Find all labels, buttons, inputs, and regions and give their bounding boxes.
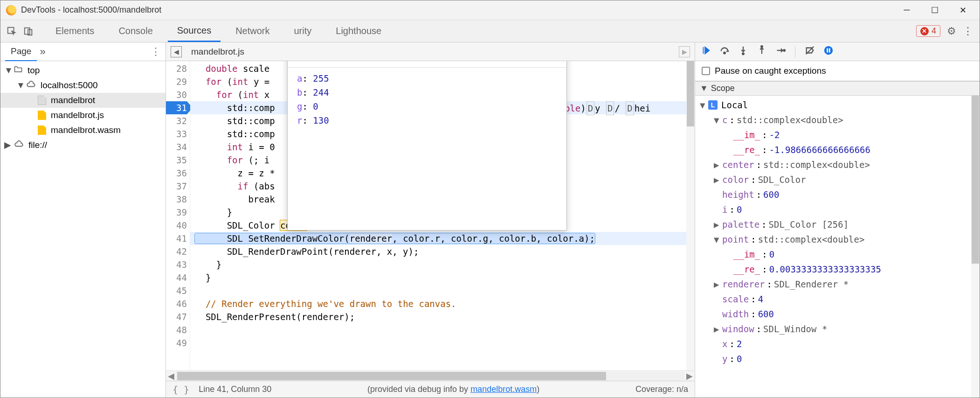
editor-scrollbar-horizontal[interactable]: ◀ ▶ [166, 370, 695, 381]
line-number[interactable]: 43 [166, 258, 187, 271]
pause-on-caught-row[interactable]: Pause on caught exceptions [695, 61, 980, 81]
line-number[interactable]: 28 [166, 62, 187, 75]
panel-tab-urity[interactable]: urity [285, 21, 321, 41]
panel-tab-elements[interactable]: Elements [46, 21, 104, 41]
line-number[interactable]: 34 [166, 140, 187, 154]
line-number[interactable]: 32 [166, 114, 187, 127]
pretty-print-icon[interactable]: { } [173, 384, 189, 395]
line-number[interactable]: 33 [166, 127, 187, 140]
error-badge[interactable]: ✕ 4 [916, 25, 940, 37]
code-line[interactable]: SDL_RenderPresent(renderer); [190, 310, 695, 323]
code-line[interactable]: SDL_SetRenderDrawColor(renderer, color.r… [190, 232, 695, 245]
code-line[interactable] [190, 336, 695, 349]
scope-section-header[interactable]: ▼ Scope [695, 81, 980, 96]
line-number[interactable]: 30 [166, 88, 187, 101]
scope-variable[interactable]: __im_: -2 [700, 127, 980, 142]
editor-scrollbar-vertical[interactable] [686, 61, 695, 370]
toggle-debugger-icon[interactable]: ▶ [679, 46, 690, 57]
line-number[interactable]: 47 [166, 310, 187, 323]
line-number[interactable]: 38 [166, 193, 187, 206]
scope-scrollbar[interactable] [971, 96, 980, 398]
line-number[interactable]: 45 [166, 284, 187, 297]
panel-tab-lighthouse[interactable]: Lighthouse [326, 21, 391, 41]
panel-tab-network[interactable]: Network [226, 21, 279, 41]
coverage-status: Coverage: n/a [635, 384, 688, 394]
scope-variable[interactable]: i: 0 [700, 202, 980, 217]
settings-icon[interactable]: ⚙ [947, 25, 956, 37]
tree-item[interactable]: mandelbrot [0, 93, 166, 108]
line-number[interactable]: 29 [166, 75, 187, 88]
code-line[interactable]: } [190, 258, 695, 271]
resume-icon[interactable] [701, 45, 711, 58]
tree-item[interactable]: ▼top [0, 63, 166, 78]
scope-variable[interactable]: ▶palette: SDL_Color [256] [700, 217, 980, 232]
scope-var-value: 2 [737, 336, 742, 351]
scope-var-value: 0 [769, 247, 774, 262]
scope-local-header[interactable]: ▼ L Local [700, 98, 980, 112]
device-toggle-icon[interactable] [20, 23, 37, 40]
pause-on-exceptions-icon[interactable] [823, 45, 834, 58]
maximize-button[interactable]: ☐ [921, 0, 949, 20]
deactivate-breakpoints-icon[interactable] [805, 45, 815, 58]
svg-point-4 [742, 53, 744, 55]
line-number[interactable]: 36 [166, 167, 187, 180]
navigator-menu-icon[interactable]: ⋮ [151, 46, 161, 58]
line-number[interactable]: 37 [166, 180, 187, 193]
line-number[interactable]: 49 [166, 336, 187, 349]
scope-variable[interactable]: __im_: 0 [700, 247, 980, 262]
tree-item[interactable]: ▶file:// [0, 138, 166, 153]
scope-variable[interactable]: ▼point: std::complex<double> [700, 232, 980, 247]
tooltip-property: a: 255 [297, 71, 557, 85]
more-icon[interactable]: ⋮ [963, 25, 973, 37]
scope-variable[interactable]: ▶color: SDL_Color [700, 172, 980, 187]
line-number[interactable]: 35 [166, 154, 187, 167]
line-number[interactable]: 39 [166, 206, 187, 219]
scope-variable[interactable]: __re_: 0.0033333333333333335 [700, 262, 980, 277]
scope-variable[interactable]: x: 2 [700, 336, 980, 351]
line-number[interactable]: 31 [166, 101, 187, 114]
scope-variable[interactable]: ▶window: SDL_Window * [700, 321, 980, 336]
code-line[interactable]: // Render everything we've drawn to the … [190, 297, 695, 310]
panel-tab-console[interactable]: Console [109, 21, 162, 41]
scope-variable[interactable]: ▶renderer: SDL_Renderer * [700, 277, 980, 292]
panel-tab-sources[interactable]: Sources [168, 21, 221, 42]
line-number[interactable]: 44 [166, 271, 187, 284]
navigator-more-icon[interactable]: » [40, 46, 45, 58]
pause-caught-checkbox[interactable] [702, 67, 710, 75]
tree-item[interactable]: mandelbrot.wasm [0, 123, 166, 138]
code-line[interactable]: SDL_RenderDrawPoint(renderer, x, y); [190, 245, 695, 258]
step-into-icon[interactable] [738, 45, 748, 58]
line-number[interactable]: 42 [166, 245, 187, 258]
step-over-icon[interactable] [719, 45, 730, 58]
code-line[interactable] [190, 284, 695, 297]
scope-variable[interactable]: ▼c: std::complex<double> [700, 112, 980, 127]
step-icon[interactable] [775, 45, 786, 58]
scope-variable[interactable]: height: 600 [700, 187, 980, 202]
line-number[interactable]: 46 [166, 297, 187, 310]
scope-variable[interactable]: y: 0 [700, 351, 980, 366]
svg-point-5 [761, 46, 763, 48]
line-number[interactable]: 40 [166, 219, 187, 232]
scope-var-name: center [722, 157, 754, 172]
navigator-tab-page[interactable]: Page [5, 42, 37, 61]
tree-item[interactable]: ▼localhost:5000 [0, 78, 166, 93]
scope-variable[interactable]: __re_: -1.9866666666666666 [700, 142, 980, 157]
scope-variable[interactable]: width: 600 [700, 307, 980, 321]
tree-item[interactable]: mandelbrot.js [0, 108, 166, 123]
code-line[interactable] [190, 323, 695, 336]
toggle-navigator-icon[interactable]: ◀ [171, 46, 182, 57]
editor-file-tab[interactable]: mandelbrot.js [186, 43, 249, 61]
scope-variable[interactable]: scale: 4 [700, 292, 980, 307]
line-number[interactable]: 48 [166, 323, 187, 336]
step-out-icon[interactable] [757, 45, 767, 58]
scope-variable[interactable]: ▶center: std::complex<double> [700, 157, 980, 172]
line-number[interactable]: 41 [166, 232, 187, 245]
minimize-button[interactable]: ─ [893, 0, 921, 20]
tree-item-label: localhost:5000 [41, 78, 98, 92]
inspect-icon[interactable] [3, 23, 20, 40]
close-button[interactable]: ✕ [949, 0, 977, 20]
code-editor[interactable]: 2829303132333435363738394041424344454647… [166, 61, 695, 370]
code-line[interactable]: } [190, 271, 695, 284]
debug-info-link[interactable]: mandelbrot.wasm [470, 384, 537, 394]
local-badge-icon: L [708, 100, 718, 110]
